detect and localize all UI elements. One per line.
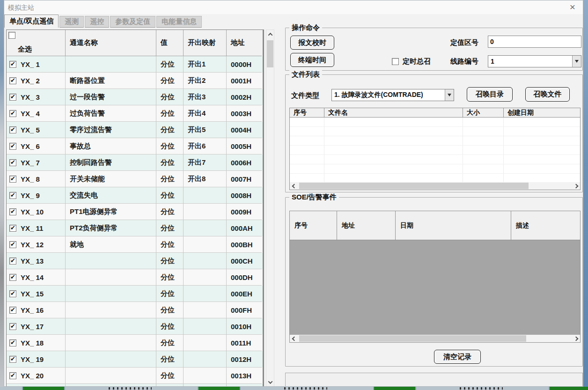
table-row[interactable]: ✔ YX_ 13 分位 000CH xyxy=(7,253,263,269)
row-checkbox[interactable]: ✔ xyxy=(9,274,16,281)
chevron-down-icon[interactable] xyxy=(572,56,581,67)
scroll-left-icon[interactable] xyxy=(290,182,298,190)
file-table-horizontal-scrollbar[interactable] xyxy=(290,182,580,190)
row-checkbox[interactable]: ✔ xyxy=(9,307,16,314)
scroll-down-icon[interactable] xyxy=(266,378,274,386)
row-id: YX_ 12 xyxy=(21,241,44,249)
table-row[interactable]: ✔ xyxy=(7,384,263,387)
table-row[interactable]: ✔ YX_ 2 断路器位置 分位 开出2 0001H xyxy=(7,73,263,89)
row-checkbox[interactable]: ✔ xyxy=(9,290,16,297)
table-row[interactable]: ✔ YX_ 15 分位 000EH xyxy=(7,286,263,302)
row-checkbox[interactable]: ✔ xyxy=(9,225,16,232)
row-checkbox[interactable]: ✔ xyxy=(9,339,16,346)
background-left-strip xyxy=(0,0,4,390)
row-checkbox[interactable]: ✔ xyxy=(9,159,16,166)
cell-address: 0006H xyxy=(227,155,262,171)
tab-telecontrol[interactable]: 遥控 xyxy=(85,16,109,28)
terminal-time-button[interactable]: 终端时间 xyxy=(290,53,334,67)
cell-output-mapping xyxy=(184,269,227,286)
row-id: YX_ 20 xyxy=(21,372,44,380)
scroll-right-icon[interactable] xyxy=(572,335,580,342)
column-header-created: 创建日期 xyxy=(504,108,580,118)
row-checkbox[interactable]: ✔ xyxy=(9,77,16,84)
row-checkbox[interactable]: ✔ xyxy=(9,356,16,363)
row-checkbox[interactable]: ✔ xyxy=(9,143,16,150)
scrollbar-thumb[interactable] xyxy=(299,335,526,342)
row-checkbox[interactable]: ✔ xyxy=(9,323,16,330)
cell-value: 分位 xyxy=(156,220,184,236)
cell-value: 分位 xyxy=(156,89,184,105)
scroll-up-icon[interactable] xyxy=(266,30,274,38)
row-id: YX_ 9 xyxy=(21,191,40,199)
table-row[interactable]: ✔ YX_ 18 分位 0011H xyxy=(7,335,263,351)
table-row[interactable]: ✔ YX_ 16 分位 000FH xyxy=(7,302,263,318)
soe-table: 序号 地址 日期 描述 xyxy=(289,211,581,343)
cell-address: 0000H xyxy=(227,56,262,73)
table-row[interactable]: ✔ YX_ 1 分位 开出1 0000H xyxy=(7,56,263,73)
scroll-right-icon[interactable] xyxy=(572,182,580,190)
background-text-marks xyxy=(460,387,503,390)
call-directory-button[interactable]: 召唤目录 xyxy=(467,87,513,102)
chevron-down-icon[interactable] xyxy=(445,89,454,101)
cell-output-mapping: 开出3 xyxy=(184,89,227,105)
file-type-label: 文件类型 xyxy=(291,91,319,100)
cell-channel-name xyxy=(66,269,156,286)
row-checkbox[interactable]: ✔ xyxy=(9,241,16,248)
table-row[interactable]: ✔ YX_ 3 过一段告警 分位 开出3 0002H xyxy=(7,89,263,105)
tab-params-settings[interactable]: 参数及定值 xyxy=(110,16,155,28)
timed-general-call-option[interactable]: ✔ 定时总召 xyxy=(392,57,431,66)
timed-general-call-checkbox[interactable]: ✔ xyxy=(392,58,399,65)
table-row[interactable]: ✔ YX_ 8 开关未储能 分位 开出8 0007H xyxy=(7,171,263,187)
tab-energy-info[interactable]: 电能量信息 xyxy=(156,16,202,28)
setting-zone-input[interactable] xyxy=(488,36,581,48)
table-row[interactable]: ✔ YX_ 17 分位 0010H xyxy=(7,318,263,335)
soe-table-header: 序号 地址 日期 描述 xyxy=(290,211,580,240)
table-row[interactable]: ✔ YX_ 19 分位 0012H xyxy=(7,351,263,368)
scrollbar-thumb[interactable] xyxy=(299,183,529,189)
table-row[interactable]: ✔ YX_ 12 就地 分位 000BH xyxy=(7,236,263,253)
clear-records-button[interactable]: 清空记录 xyxy=(434,350,481,364)
row-id: YX_ 13 xyxy=(21,257,44,265)
row-checkbox[interactable]: ✔ xyxy=(9,208,16,215)
row-checkbox[interactable]: ✔ xyxy=(9,372,16,379)
yx-table-vertical-scrollbar[interactable] xyxy=(266,29,274,387)
tab-telemetry[interactable]: 遥测 xyxy=(59,16,84,28)
row-checkbox[interactable]: ✔ xyxy=(9,94,16,101)
cell-value: 分位 xyxy=(156,105,184,122)
select-all-checkbox[interactable]: ✔ xyxy=(8,32,15,39)
row-checkbox[interactable]: ✔ xyxy=(9,110,16,117)
table-row[interactable]: ✔ YX_ 11 PT2负荷侧异常 分位 000AH xyxy=(7,220,263,236)
table-row[interactable]: ✔ YX_ 10 PT1电源侧异常 分位 0009H xyxy=(7,204,263,220)
row-checkbox[interactable]: ✔ xyxy=(9,61,16,68)
row-checkbox[interactable]: ✔ xyxy=(9,192,16,199)
scrollbar-thumb[interactable] xyxy=(267,40,273,67)
check-icon: ✔ xyxy=(10,159,15,165)
close-icon[interactable]: × xyxy=(566,1,579,13)
cell-address xyxy=(227,384,262,387)
cell-value: 分位 xyxy=(156,269,184,286)
row-id: YX_ 19 xyxy=(21,355,44,363)
cell-address: 0010H xyxy=(227,318,262,335)
line-number-select[interactable]: 1 xyxy=(488,55,581,67)
background-green-indicator xyxy=(22,387,65,390)
soe-table-horizontal-scrollbar[interactable] xyxy=(290,335,580,342)
table-row[interactable]: ✔ YX_ 20 分位 0013H xyxy=(7,368,263,384)
table-row[interactable]: ✔ YX_ 6 事故总 分位 开出6 0005H xyxy=(7,138,263,155)
table-row[interactable]: ✔ YX_ 7 控制回路告警 分位 开出7 0006H xyxy=(7,155,263,171)
cell-value: 分位 xyxy=(156,253,184,269)
row-checkbox[interactable]: ✔ xyxy=(9,176,16,183)
row-id: YX_ 6 xyxy=(21,142,40,150)
table-row[interactable]: ✔ YX_ 14 分位 000DH xyxy=(7,269,263,286)
scroll-left-icon[interactable] xyxy=(290,335,298,342)
tab-single-double-telesignal[interactable]: 单点/双点遥信 xyxy=(4,15,59,28)
row-checkbox[interactable]: ✔ xyxy=(9,126,16,133)
dialog-simulated-master-station: 模拟主站 × 单点/双点遥信 遥测 遥控 参数及定值 电能量信息 ✔ 全选 通道… xyxy=(4,0,583,387)
file-type-select[interactable]: 1. 故障录波文件(COMTRADE) xyxy=(331,89,454,101)
table-row[interactable]: ✔ YX_ 9 交流失电 分位 0008H xyxy=(7,187,263,204)
row-checkbox[interactable]: ✔ xyxy=(9,258,16,265)
column-header-description: 描述 xyxy=(511,211,580,240)
table-row[interactable]: ✔ YX_ 4 过负荷告警 分位 开出4 0003H xyxy=(7,105,263,122)
table-row[interactable]: ✔ YX_ 5 零序过流告警 分位 开出5 0004H xyxy=(7,122,263,138)
call-file-button[interactable]: 召唤文件 xyxy=(525,87,570,102)
message-time-sync-button[interactable]: 报文校时 xyxy=(290,36,334,50)
